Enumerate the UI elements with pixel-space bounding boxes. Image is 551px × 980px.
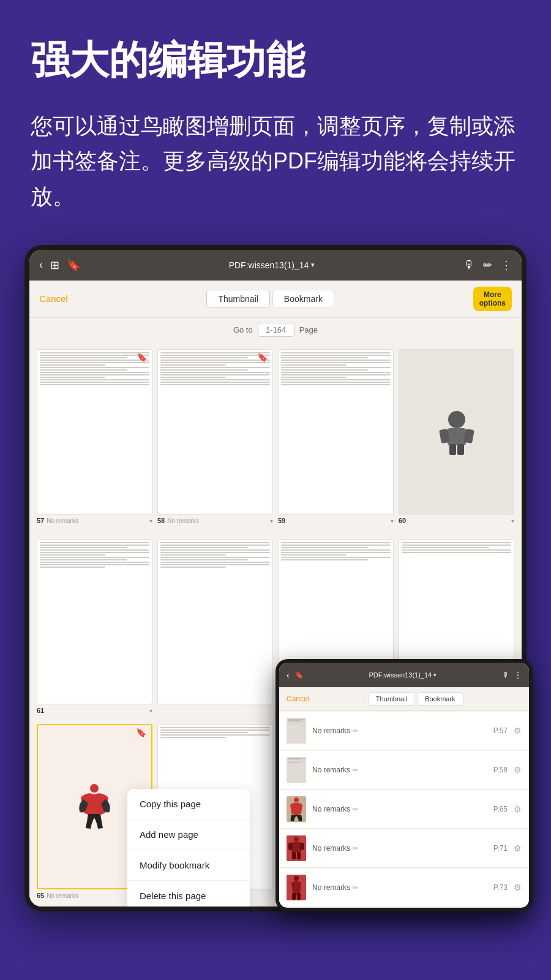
title-chevron: ▾ xyxy=(311,261,315,269)
svg-point-8 xyxy=(294,837,299,842)
svg-point-6 xyxy=(90,784,99,793)
bookmark-list: No remarks ✏ P.57 ⚙ xyxy=(279,712,529,907)
bookmark-item-57[interactable]: No remarks ✏ P.57 ⚙ xyxy=(279,712,529,750)
thumbnail-tab[interactable]: Thumbnail xyxy=(206,290,269,308)
second-toolbar-title: PDF:wissen13(1)_14 ▾ xyxy=(309,671,497,679)
svg-point-7 xyxy=(294,797,299,802)
bookmark-info-73: No remarks ✏ xyxy=(312,883,487,892)
second-bookmark-icon[interactable]: 🔖 xyxy=(294,671,304,679)
second-bookmark-tab[interactable]: Bookmark xyxy=(417,692,463,706)
bookmark-icon-57: 🔖 xyxy=(137,352,147,362)
bookmark-title-65: No remarks ✏ xyxy=(312,805,487,813)
thumb-cell-60[interactable]: 60 ▾ xyxy=(396,347,517,527)
thumb-image-58: 🔖 xyxy=(157,349,273,514)
more-menu-icon[interactable]: ⋮ xyxy=(501,258,512,272)
add-page-menu-item[interactable]: Add new page xyxy=(127,820,250,850)
thumb-image-61 xyxy=(37,539,152,704)
bookmark-thumb-71 xyxy=(287,835,306,861)
edit-icon-71: ✏ xyxy=(353,845,358,853)
bookmark-item-73[interactable]: No remarks ✏ P.73 ⚙ xyxy=(279,869,529,907)
bookmark-info-57: No remarks ✏ xyxy=(312,726,487,735)
thumb-label-59: 59 ▾ xyxy=(278,517,394,524)
bookmark-page-65: P.65 xyxy=(493,805,508,813)
bookmark-thumb-73 xyxy=(287,875,306,900)
bookmark-page-57: P.57 xyxy=(493,726,508,735)
bookmark-item-58[interactable]: No remarks ✏ P.58 ⚙ xyxy=(279,751,529,790)
bookmark-icon-58: 🔖 xyxy=(257,352,268,362)
bookmark-item-65[interactable]: No remarks ✏ P.65 ⚙ xyxy=(279,790,529,829)
thumb-figure-65 xyxy=(287,796,306,822)
thumb-cell-58[interactable]: 🔖 58 No remarks xyxy=(155,347,276,527)
second-toolbar: ‹ 🔖 PDF:wissen13(1)_14 ▾ 🎙 ⋮ xyxy=(279,663,529,687)
bookmark-title-73: No remarks ✏ xyxy=(312,883,487,892)
back-icon[interactable]: ‹ xyxy=(39,258,43,271)
second-cancel-button[interactable]: Cancel xyxy=(287,695,309,703)
copy-page-menu-item[interactable]: Copy this page xyxy=(127,789,250,820)
bookmark-thumb-65 xyxy=(287,796,306,822)
more-options-button[interactable]: More options xyxy=(473,287,512,312)
svg-rect-13 xyxy=(297,852,301,859)
mic-icon[interactable]: 🎙 xyxy=(463,258,474,271)
second-title-chevron: ▾ xyxy=(433,672,437,678)
bookmark-item-71[interactable]: No remarks ✏ P.71 ⚙ xyxy=(279,829,529,868)
pen-icon[interactable]: ✏ xyxy=(483,258,492,272)
description-text: 您可以通过鸟瞰图增删页面，调整页序，复制或添加书签备注。更多高级的PDF编辑功能… xyxy=(31,108,520,214)
second-thumbnail-tab[interactable]: Thumbnail xyxy=(368,692,415,706)
goto-bar: Go to Page xyxy=(29,318,522,342)
second-tab-group: Thumbnail Bookmark xyxy=(309,692,522,706)
modify-bookmark-menu-item[interactable]: Modify bookmark xyxy=(127,850,250,881)
thumb-image-62 xyxy=(157,539,273,704)
cancel-button[interactable]: Cancel xyxy=(39,293,68,304)
page-title: 强大的编辑功能 xyxy=(31,37,520,84)
settings-icon-58[interactable]: ⚙ xyxy=(514,765,522,775)
svg-rect-4 xyxy=(449,444,456,455)
second-tablet: ‹ 🔖 PDF:wissen13(1)_14 ▾ 🎙 ⋮ Cancel Thum… xyxy=(276,659,533,911)
settings-icon-71[interactable]: ⚙ xyxy=(514,843,522,853)
thumbnail-grid-row1: 🔖 57 No remarks xyxy=(29,342,522,532)
thumb-image-57: 🔖 xyxy=(37,349,152,514)
second-panel-header: Cancel Thumbnail Bookmark xyxy=(279,687,529,711)
thumb-cell-57[interactable]: 🔖 57 No remarks xyxy=(34,347,155,527)
edit-icon-73: ✏ xyxy=(353,884,358,892)
thumb-image-59 xyxy=(278,349,394,514)
svg-point-14 xyxy=(294,876,299,881)
pdf-toolbar: ‹ ⊞ 🔖 PDF:wissen13(1)_14 ▾ 🎙 ✏ ⋮ xyxy=(29,250,522,281)
panel-header: Cancel Thumbnail Bookmark More options xyxy=(29,281,522,318)
goto-input[interactable] xyxy=(258,323,294,337)
bookmark-tab[interactable]: Bookmark xyxy=(272,290,334,308)
second-mic-icon[interactable]: 🎙 xyxy=(502,671,509,679)
settings-icon-57[interactable]: ⚙ xyxy=(514,726,522,736)
thumb-figure-71 xyxy=(287,835,306,861)
grid-icon[interactable]: ⊞ xyxy=(50,258,59,272)
svg-rect-16 xyxy=(297,893,301,900)
thumb-cell-62[interactable] xyxy=(155,537,276,717)
second-more-icon[interactable]: ⋮ xyxy=(514,671,522,679)
svg-rect-5 xyxy=(457,444,464,455)
bookmark-icon-65: 🔖 xyxy=(136,728,146,737)
svg-rect-12 xyxy=(292,852,296,859)
bookmark-title-58: No remarks ✏ xyxy=(312,766,487,774)
bookmark-thumb-58 xyxy=(287,757,306,783)
thumb-label-57: 57 No remarks ▾ xyxy=(37,517,152,524)
thumb-label-61: 61 ▾ xyxy=(37,707,152,714)
delete-page-menu-item[interactable]: Delete this page xyxy=(127,881,250,907)
header-section: 强大的编辑功能 您可以通过鸟瞰图增删页面，调整页序，复制或添加书签备注。更多高级… xyxy=(0,0,551,233)
edit-icon-57: ✏ xyxy=(353,727,358,735)
settings-icon-73[interactable]: ⚙ xyxy=(514,883,522,892)
second-back-icon[interactable]: ‹ xyxy=(287,670,290,680)
thumb-figure-73 xyxy=(287,875,306,900)
edit-icon-65: ✏ xyxy=(353,805,358,813)
svg-rect-9 xyxy=(291,842,301,852)
thumb-cell-59[interactable]: 59 ▾ xyxy=(276,347,396,527)
goto-label: Go to xyxy=(233,325,253,334)
bookmark-page-58: P.58 xyxy=(493,766,508,774)
svg-point-0 xyxy=(448,411,465,428)
bookmark-info-71: No remarks ✏ xyxy=(312,844,487,853)
figure-illustration-60 xyxy=(435,407,478,456)
toolbar-title: PDF:wissen13(1)_14 ▾ xyxy=(88,260,456,270)
device-container: ‹ ⊞ 🔖 PDF:wissen13(1)_14 ▾ 🎙 ✏ ⋮ Cancel xyxy=(0,245,551,943)
bookmark-thumb-57 xyxy=(287,718,306,744)
bookmark-toolbar-icon[interactable]: 🔖 xyxy=(67,258,80,272)
thumb-cell-61[interactable]: 61 ▾ xyxy=(34,537,155,717)
settings-icon-65[interactable]: ⚙ xyxy=(514,804,522,814)
